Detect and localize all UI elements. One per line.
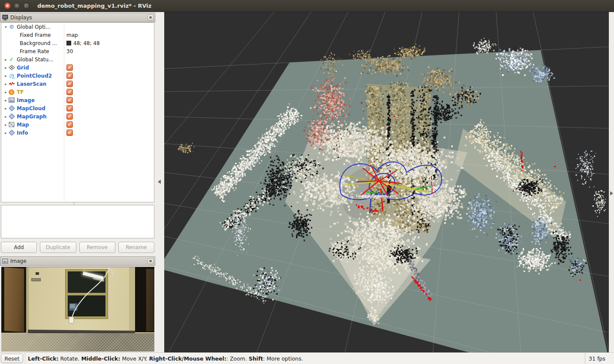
displays-close-button[interactable]: ✖ <box>147 15 154 21</box>
tree-row-name[interactable]: ▸✓Global Statu... <box>1 55 64 63</box>
tree-row-name[interactable]: ▸Grid <box>1 63 64 72</box>
tree-row-label: Info <box>17 130 28 136</box>
tree-row-frame-rate[interactable]: Frame Rate30 <box>1 47 154 55</box>
tree-row-label: Background ... <box>20 40 57 46</box>
expand-arrow-icon[interactable]: ▸ <box>3 90 8 94</box>
window-minimize-button[interactable]: − <box>14 3 20 9</box>
expand-arrow-icon[interactable]: ▸ <box>3 114 8 119</box>
tree-row-fixed-frame[interactable]: Fixed Framemap <box>1 31 154 39</box>
display-enabled-checkbox[interactable]: ✔ <box>66 129 73 136</box>
image-panel-title: Image <box>10 258 27 264</box>
image-panel-header[interactable]: Image ✖ <box>0 256 155 266</box>
tree-row-name[interactable]: ▸Map <box>1 120 64 129</box>
tree-row-value[interactable]: ✔ <box>64 72 154 80</box>
statusbar-help: Left-Click: Rotate. Middle-Click: Move X… <box>28 355 303 362</box>
display-enabled-checkbox[interactable]: ✔ <box>66 121 73 128</box>
reset-button[interactable]: Reset <box>1 354 23 363</box>
fps-readout: 31 fps <box>585 353 614 364</box>
display-enabled-checkbox[interactable]: ✔ <box>66 89 73 95</box>
displays-tree[interactable]: ▾⚙Global Opti...Fixed FramemapBackground… <box>1 22 154 202</box>
add-button[interactable]: Add <box>1 242 37 253</box>
tree-row-value[interactable] <box>64 23 154 31</box>
tree-row-label: Global Opti... <box>17 24 51 30</box>
tree-row-value[interactable]: ✔ <box>64 80 154 88</box>
tf-icon <box>8 89 15 96</box>
tree-row-laserscan[interactable]: ▸LaserScan✔ <box>1 80 154 88</box>
grid-icon <box>8 64 15 71</box>
tree-row-pointcloud2[interactable]: ▸PointCloud2✔ <box>1 72 154 80</box>
tree-row-map[interactable]: ▸Map✔ <box>1 120 154 129</box>
display-enabled-checkbox[interactable]: ✔ <box>66 105 73 111</box>
tree-row-value[interactable]: ✔ <box>64 63 154 72</box>
tree-row-grid[interactable]: ▸Grid✔ <box>1 63 154 72</box>
image-panel-icon <box>2 258 8 264</box>
tree-row-value[interactable]: 30 <box>64 47 154 55</box>
window-maximize-button[interactable]: ▢ <box>23 3 30 9</box>
displays-panel-header[interactable]: Displays ✖ <box>0 13 155 22</box>
tree-row-label: LaserScan <box>17 81 46 87</box>
tree-row-value[interactable]: 48; 48; 48 <box>64 39 154 47</box>
tree-row-value[interactable]: ✔ <box>64 129 154 137</box>
expand-arrow-icon[interactable]: ▸ <box>3 82 8 86</box>
tree-row-name[interactable]: ▸MapCloud <box>1 104 64 112</box>
expand-arrow-icon[interactable]: ▸ <box>3 123 8 127</box>
collapse-right-arrow-icon[interactable] <box>610 191 613 196</box>
display-enabled-checkbox[interactable]: ✔ <box>66 72 73 79</box>
tree-row-name[interactable]: Background ... <box>1 39 64 47</box>
image-close-button[interactable]: ✖ <box>147 258 154 264</box>
displays-icon <box>2 15 8 21</box>
property-value[interactable]: 30 <box>66 48 73 54</box>
tree-row-name[interactable]: ▸PointCloud2 <box>1 72 64 80</box>
expand-arrow-icon[interactable]: ▸ <box>3 66 8 70</box>
right-splitter-strip[interactable] <box>609 12 614 352</box>
tree-row-value[interactable]: ✔ <box>64 96 154 104</box>
tree-row-value[interactable] <box>64 55 154 63</box>
tree-column-separator <box>64 23 64 202</box>
render-3d-viewport[interactable]: map odom kinect_base_linkcamera_rgb_fram… <box>164 12 609 352</box>
diamond-icon <box>8 129 15 136</box>
tree-row-tf[interactable]: ▸TF✔ <box>1 88 154 96</box>
tree-row-value[interactable]: ✔ <box>64 112 154 120</box>
tree-row-name[interactable]: Fixed Frame <box>1 31 64 39</box>
expand-arrow-icon[interactable]: ▸ <box>3 74 8 78</box>
tree-row-value[interactable]: ✔ <box>64 104 154 112</box>
display-enabled-checkbox[interactable]: ✔ <box>66 97 73 103</box>
tree-row-label: MapGraph <box>17 114 47 120</box>
display-enabled-checkbox[interactable]: ✔ <box>66 113 73 120</box>
tree-row-value[interactable]: ✔ <box>64 88 154 96</box>
tree-row-info[interactable]: ▸Info✔ <box>1 129 154 137</box>
expand-arrow-icon[interactable]: ▸ <box>3 57 8 62</box>
property-value[interactable]: 48; 48; 48 <box>73 40 100 46</box>
tree-row-name[interactable]: Frame Rate <box>1 47 64 55</box>
tree-row-name[interactable]: ▸MapGraph <box>1 112 64 120</box>
tree-row-image[interactable]: ▸Image✔ <box>1 96 154 104</box>
tree-row-value[interactable]: ✔ <box>64 120 154 129</box>
tree-row-mapgraph[interactable]: ▸MapGraph✔ <box>1 112 154 120</box>
display-enabled-checkbox[interactable]: ✔ <box>66 81 73 87</box>
rename-button: Rename <box>118 242 154 253</box>
tree-row-name[interactable]: ▾⚙Global Opti... <box>1 23 64 31</box>
cable <box>1 267 154 352</box>
tree-row-name[interactable]: ▸TF <box>1 88 64 96</box>
tree-row-name[interactable]: ▸Image <box>1 96 64 104</box>
point-cloud-canvas[interactable] <box>164 12 609 352</box>
property-value[interactable]: map <box>66 32 78 38</box>
display-enabled-checkbox[interactable]: ✔ <box>66 64 73 71</box>
tree-row-global-opti-[interactable]: ▾⚙Global Opti... <box>1 23 154 31</box>
tree-row-label: MapCloud <box>17 105 45 111</box>
window-titlebar[interactable]: x − ▢ demo_robot_mapping_v1.rviz* - RViz <box>0 0 614 12</box>
tree-row-global-statu-[interactable]: ▸✓Global Statu... <box>1 55 154 63</box>
expand-arrow-icon[interactable]: ▸ <box>3 98 8 102</box>
tree-row-name[interactable]: ▸Info <box>1 129 64 137</box>
window-close-button[interactable]: x <box>4 3 11 9</box>
expand-arrow-icon[interactable]: ▸ <box>3 106 8 111</box>
tree-row-value[interactable]: map <box>64 31 154 39</box>
expand-arrow-icon[interactable]: ▾ <box>3 25 8 29</box>
tree-row-background-[interactable]: Background ...48; 48; 48 <box>1 39 154 47</box>
collapse-left-arrow-icon[interactable] <box>158 180 161 184</box>
image-icon <box>8 97 15 104</box>
tree-row-name[interactable]: ▸LaserScan <box>1 80 64 88</box>
tree-row-label: Global Statu... <box>17 57 54 63</box>
expand-arrow-icon[interactable]: ▸ <box>3 131 8 135</box>
tree-row-mapcloud[interactable]: ▸MapCloud✔ <box>1 104 154 112</box>
